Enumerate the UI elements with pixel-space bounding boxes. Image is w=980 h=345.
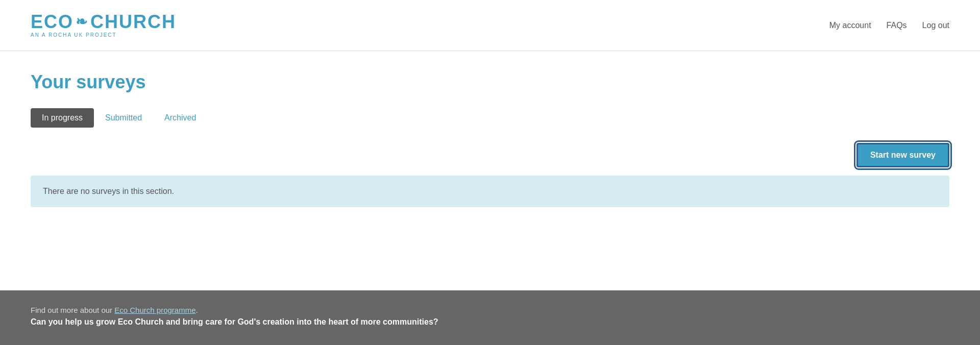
start-new-survey-button[interactable]: Start new survey xyxy=(856,143,949,167)
logo-area: ECO ❧ CHURCH AN A ROCHA UK PROJECT xyxy=(31,13,176,38)
nav-my-account[interactable]: My account xyxy=(829,21,871,30)
logo: ECO ❧ CHURCH AN A ROCHA UK PROJECT xyxy=(31,13,176,38)
tabs-container: In progress Submitted Archived xyxy=(31,108,949,128)
page-title: Your surveys xyxy=(31,71,949,93)
tab-archived[interactable]: Archived xyxy=(153,108,207,128)
footer: Find out more about our Eco Church progr… xyxy=(0,290,980,345)
logo-subtitle: AN A ROCHA UK PROJECT xyxy=(31,32,176,38)
footer-eco-church-link[interactable]: Eco Church programme xyxy=(114,306,195,314)
footer-line1: Find out more about our Eco Church progr… xyxy=(31,306,949,314)
tab-in-progress[interactable]: In progress xyxy=(31,108,94,128)
empty-state-message: There are no surveys in this section. xyxy=(43,187,174,195)
footer-line1-prefix: Find out more about our xyxy=(31,306,114,314)
logo-eco-text: ECO xyxy=(31,13,74,31)
tab-submitted[interactable]: Submitted xyxy=(94,108,153,128)
nav-links: My account FAQs Log out xyxy=(829,21,949,30)
nav-faqs[interactable]: FAQs xyxy=(887,21,907,30)
button-row: Start new survey xyxy=(31,143,949,167)
logo-eco-church: ECO ❧ CHURCH xyxy=(31,13,176,31)
footer-line1-suffix: . xyxy=(196,306,198,314)
header: ECO ❧ CHURCH AN A ROCHA UK PROJECT My ac… xyxy=(0,0,980,51)
logo-church-text: CHURCH xyxy=(90,13,176,31)
footer-line2: Can you help us grow Eco Church and brin… xyxy=(31,317,949,327)
logo-leaf-icon: ❧ xyxy=(76,15,88,29)
empty-state-box: There are no surveys in this section. xyxy=(31,176,949,207)
nav-logout[interactable]: Log out xyxy=(922,21,949,30)
main-content: Your surveys In progress Submitted Archi… xyxy=(0,51,980,290)
